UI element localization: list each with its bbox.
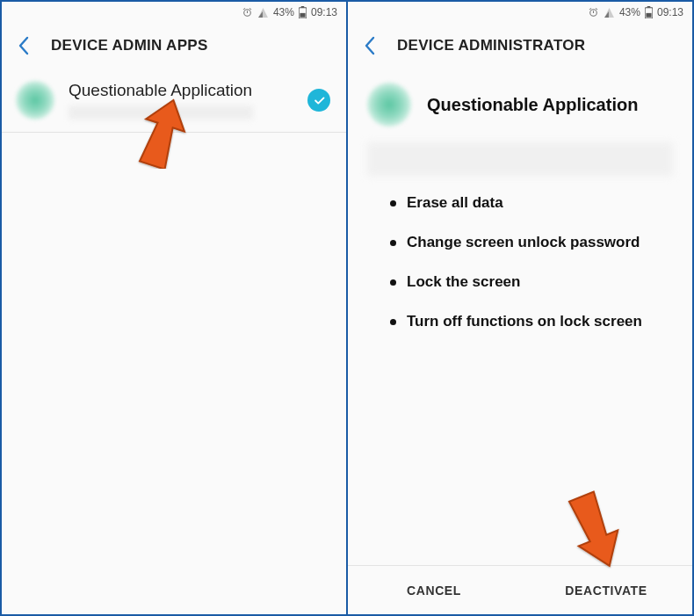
app-name-label: Questionable Application	[69, 81, 293, 100]
battery-percent: 43%	[273, 6, 294, 18]
clock-time: 09:13	[311, 6, 337, 18]
app-icon	[16, 81, 54, 120]
bottom-action-bar: CANCEL DEACTIVATE	[348, 565, 692, 614]
alarm-icon	[588, 7, 599, 18]
header: DEVICE ADMINISTRATOR	[348, 23, 692, 69]
permissions-list: Erase all data Change screen unlock pass…	[348, 185, 692, 351]
app-icon	[367, 83, 411, 127]
svg-rect-6	[646, 13, 651, 18]
battery-icon	[299, 6, 307, 18]
screen-device-admin-apps: 43% 09:13 DEVICE ADMIN APPS Questionable…	[2, 2, 348, 614]
bullet-icon	[390, 319, 396, 325]
back-button[interactable]	[14, 36, 33, 55]
battery-percent: 43%	[619, 6, 640, 18]
checkmark-icon	[307, 89, 330, 112]
back-button[interactable]	[360, 36, 380, 55]
signal-icon	[604, 7, 615, 18]
permission-item: Turn off functions on lock screen	[390, 312, 666, 332]
page-title: DEVICE ADMIN APPS	[51, 37, 208, 54]
permission-item: Lock the screen	[390, 272, 666, 293]
header: DEVICE ADMIN APPS	[2, 23, 346, 69]
status-bar: 43% 09:13	[2, 2, 346, 23]
clock-time: 09:13	[657, 6, 683, 18]
app-header-block: Questionable Application	[348, 69, 692, 137]
bullet-icon	[390, 200, 396, 207]
bullet-icon	[390, 279, 396, 286]
permission-item: Change screen unlock password	[390, 233, 666, 253]
screen-device-administrator: 43% 09:13 DEVICE ADMINISTRATOR Questiona…	[348, 2, 692, 614]
app-description-blurred	[367, 142, 673, 176]
svg-rect-5	[647, 6, 651, 8]
app-name-label: Questionable Application	[427, 95, 638, 115]
cancel-button[interactable]: CANCEL	[348, 566, 520, 614]
annotation-arrow-icon	[560, 489, 631, 572]
svg-rect-2	[300, 13, 305, 18]
svg-marker-7	[562, 489, 629, 569]
signal-icon	[257, 7, 269, 18]
bullet-icon	[390, 240, 396, 246]
battery-icon	[645, 6, 653, 18]
page-title: DEVICE ADMINISTRATOR	[397, 37, 585, 54]
app-row-questionable[interactable]: Questionable Application	[2, 69, 346, 133]
status-bar: 43% 09:13	[348, 2, 692, 23]
permission-item: Erase all data	[390, 193, 666, 214]
deactivate-button[interactable]: DEACTIVATE	[520, 566, 692, 614]
alarm-icon	[242, 7, 253, 18]
app-subtext-blurred	[69, 105, 253, 120]
svg-rect-1	[301, 6, 305, 8]
